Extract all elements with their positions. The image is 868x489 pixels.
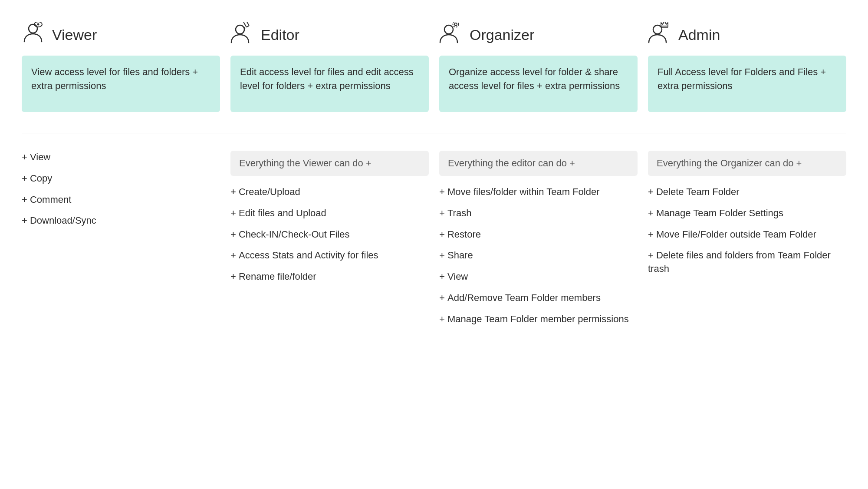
- editor-column: Editor Edit access level for files and e…: [230, 22, 439, 112]
- editor-icon-container: [230, 22, 256, 48]
- editor-permissions: Everything the Viewer can do + Create/Up…: [230, 151, 439, 326]
- perm-item: Delete files and folders from Team Folde…: [648, 249, 846, 276]
- admin-header: Admin: [648, 22, 846, 48]
- perm-item: Comment: [22, 193, 220, 207]
- viewer-permissions: View Copy Comment Download/Sync: [22, 151, 230, 326]
- perm-item: Manage Team Folder member permissions: [439, 313, 638, 326]
- svg-point-7: [453, 22, 459, 27]
- editor-inherit-box: Everything the Viewer can do +: [230, 151, 429, 176]
- organizer-perm-list: Move files/folder within Team Folder Tra…: [439, 185, 638, 326]
- viewer-person-icon: [22, 22, 44, 44]
- perm-item: Trash: [439, 207, 638, 220]
- viewer-column: Viewer View access level for files and f…: [22, 22, 230, 112]
- organizer-header: Organizer: [439, 22, 638, 48]
- svg-point-3: [236, 25, 244, 34]
- perm-item: Move files/folder within Team Folder: [439, 185, 638, 199]
- organizer-permissions: Everything the editor can do + Move file…: [439, 151, 648, 326]
- perm-item: Check-IN/Check-Out Files: [230, 228, 429, 241]
- organizer-column: Organizer Organize access level for fold…: [439, 22, 648, 112]
- perm-item: Edit files and Upload: [230, 207, 429, 220]
- perm-item: Create/Upload: [230, 185, 429, 199]
- admin-title: Admin: [678, 26, 720, 43]
- editor-title: Editor: [261, 26, 299, 43]
- perm-item: Access Stats and Activity for files: [230, 249, 429, 262]
- perm-item: Restore: [439, 228, 638, 241]
- perm-item: View: [439, 270, 638, 284]
- svg-point-8: [653, 25, 662, 34]
- editor-description: Edit access level for files and edit acc…: [230, 56, 429, 112]
- perm-item: View: [22, 151, 220, 164]
- svg-point-6: [454, 23, 457, 26]
- svg-point-0: [29, 24, 37, 33]
- organizer-inherit-box: Everything the editor can do +: [439, 151, 638, 176]
- svg-rect-4: [243, 22, 249, 27]
- permissions-section: View Copy Comment Download/Sync Everythi…: [22, 151, 846, 326]
- admin-perm-list: Delete Team Folder Manage Team Folder Se…: [648, 185, 846, 276]
- perm-item: Manage Team Folder Settings: [648, 207, 846, 220]
- admin-description: Full Access level for Folders and Files …: [648, 56, 846, 112]
- perm-item: Move File/Folder outside Team Folder: [648, 228, 846, 241]
- editor-perm-list: Create/Upload Edit files and Upload Chec…: [230, 185, 429, 284]
- svg-rect-9: [661, 26, 668, 27]
- admin-column: Admin Full Access level for Folders and …: [648, 22, 846, 112]
- perm-item: Download/Sync: [22, 214, 220, 228]
- admin-person-icon: [648, 22, 671, 44]
- organizer-description: Organize access level for folder & share…: [439, 56, 638, 112]
- perm-item: Add/Remove Team Folder members: [439, 291, 638, 305]
- admin-icon-container: [648, 22, 674, 48]
- viewer-header: Viewer: [22, 22, 220, 48]
- admin-inherit-box: Everything the Organizer can do +: [648, 151, 846, 176]
- roles-section: Viewer View access level for files and f…: [22, 22, 846, 112]
- perm-item: Rename file/folder: [230, 270, 429, 284]
- organizer-icon-container: [439, 22, 465, 48]
- section-divider: [22, 133, 846, 133]
- organizer-person-icon: [439, 22, 462, 44]
- svg-point-5: [444, 25, 453, 34]
- admin-permissions: Everything the Organizer can do + Delete…: [648, 151, 846, 326]
- viewer-icon-container: [22, 22, 48, 48]
- viewer-title: Viewer: [52, 26, 97, 43]
- svg-point-2: [37, 23, 39, 26]
- editor-header: Editor: [230, 22, 429, 48]
- editor-person-icon: [230, 22, 253, 44]
- viewer-description: View access level for files and folders …: [22, 56, 220, 112]
- viewer-perm-list: View Copy Comment Download/Sync: [22, 151, 220, 228]
- perm-item: Share: [439, 249, 638, 262]
- organizer-title: Organizer: [470, 26, 534, 43]
- perm-item: Copy: [22, 172, 220, 185]
- perm-item: Delete Team Folder: [648, 185, 846, 199]
